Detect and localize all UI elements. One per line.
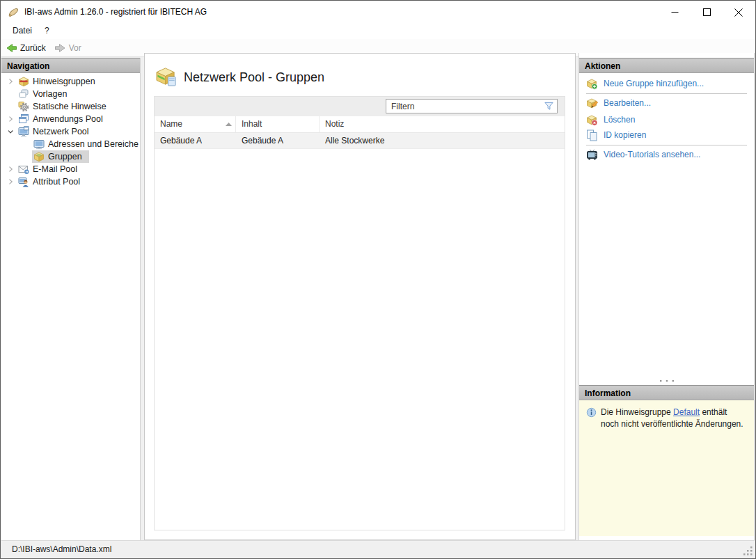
nav-item-vorlagen[interactable]: Vorlagen	[1, 88, 140, 100]
network-pool-icon	[18, 126, 29, 137]
maximize-icon	[703, 8, 711, 16]
navigation-panel: Navigation Hinweisgruppen	[1, 58, 141, 540]
minimize-icon	[671, 8, 679, 16]
back-button-label: Zurück	[20, 43, 46, 53]
attribute-pool-icon	[18, 176, 29, 187]
chevron-right-icon[interactable]	[4, 77, 17, 86]
action-add-group[interactable]: Neue Gruppe hinzufügen...	[579, 76, 754, 91]
actions-separator	[586, 145, 747, 145]
back-arrow-icon	[6, 42, 17, 54]
grip-dots-icon	[659, 379, 675, 382]
maximize-button[interactable]	[691, 1, 723, 23]
column-header-name[interactable]: Name	[155, 116, 236, 132]
information-header: Information	[579, 385, 754, 400]
back-button[interactable]: Zurück	[1, 40, 50, 56]
actions-header: Aktionen	[579, 58, 754, 73]
information-box: Die Hinweisgruppe Default enthält noch n…	[579, 400, 754, 536]
notice-groups-icon	[18, 76, 29, 87]
action-copy-id[interactable]: ID kopieren	[579, 127, 754, 143]
data-file-path: D:\IBI-aws\Admin\Data.xml	[12, 541, 111, 558]
nav-item-email-pool[interactable]: E-Mail Pool	[1, 163, 140, 175]
nav-item-netzwerk-pool[interactable]: Netzwerk Pool	[1, 125, 140, 138]
menu-datei[interactable]: Datei	[6, 23, 38, 39]
statusbar: D:\IBI-aws\Admin\Data.xml	[1, 540, 755, 558]
filter-funnel-icon[interactable]	[544, 101, 554, 111]
panel-splitter-grip[interactable]	[579, 377, 754, 384]
action-edit[interactable]: Bearbeiten...	[579, 95, 754, 111]
addresses-icon	[33, 139, 45, 150]
actions-panel: Aktionen Neue Gruppe hinzufügen... Bearb…	[578, 53, 755, 540]
templates-icon	[18, 88, 29, 100]
groups-icon	[33, 151, 45, 162]
chevron-right-icon[interactable]	[4, 178, 17, 186]
table-row[interactable]: Gebäude A Gebäude A Alle Stockwerke	[155, 133, 565, 149]
nav-item-anwendungs-pool[interactable]: Anwendungs Pool	[1, 113, 140, 125]
group-delete-icon	[586, 114, 598, 126]
actions-separator	[586, 93, 747, 94]
application-pool-icon	[18, 113, 29, 125]
info-icon	[586, 407, 597, 418]
selected-nav-item[interactable]: Gruppen	[32, 150, 89, 163]
email-pool-icon	[18, 164, 29, 175]
menubar: Datei ?	[1, 23, 755, 39]
chevron-right-icon[interactable]	[4, 165, 17, 173]
filter-box	[386, 99, 558, 113]
close-button[interactable]	[723, 1, 755, 23]
action-video-tutorials[interactable]: Video-Tutorials ansehen...	[579, 147, 754, 162]
chevron-right-icon[interactable]	[4, 115, 17, 123]
sort-ascending-icon	[226, 123, 232, 126]
nav-item-hinweisgruppen[interactable]: Hinweisgruppen	[1, 75, 140, 88]
nav-item-gruppen[interactable]: Gruppen	[1, 150, 140, 163]
copy-icon	[586, 129, 598, 141]
forward-button-label: Vor	[69, 43, 81, 53]
filter-strip	[155, 97, 565, 116]
table-header: Name Inhalt Notiz	[155, 116, 565, 133]
static-notices-icon	[18, 101, 29, 112]
nav-item-adressen-und-bereiche[interactable]: Adressen und Bereiche	[1, 138, 140, 150]
column-header-inhalt[interactable]: Inhalt	[236, 116, 320, 132]
navigation-header: Navigation	[1, 58, 140, 73]
menu-help[interactable]: ?	[38, 23, 56, 39]
forward-arrow-icon	[54, 42, 66, 54]
column-header-notiz[interactable]: Notiz	[320, 116, 565, 132]
chevron-down-icon[interactable]	[4, 127, 17, 136]
network-group-icon	[156, 67, 178, 87]
content-panel: Netzwerk Pool - Gruppen Name	[144, 53, 576, 540]
window-title: IBI-aws Admin 1.26.0 - registriert für I…	[24, 1, 207, 23]
close-icon	[734, 8, 743, 17]
cell-inhalt: Gebäude A	[236, 133, 320, 148]
default-group-link[interactable]: Default	[673, 407, 700, 417]
app-window: IBI-aws Admin 1.26.0 - registriert für I…	[0, 0, 756, 559]
navigation-tree: Hinweisgruppen Vorlagen	[1, 73, 140, 188]
cell-notiz: Alle Stockwerke	[320, 133, 565, 148]
minimize-button[interactable]	[659, 1, 691, 23]
action-delete[interactable]: Löschen	[579, 112, 754, 127]
nav-item-attribut-pool[interactable]: Attribut Pool	[1, 175, 140, 188]
group-add-icon	[586, 78, 598, 90]
resize-grip-icon[interactable]	[743, 546, 753, 556]
app-icon	[8, 6, 19, 18]
information-message: Die Hinweisgruppe Default enthält noch n…	[601, 407, 747, 430]
filter-input[interactable]	[386, 100, 544, 113]
nav-item-statische-hinweise[interactable]: Statische Hinweise	[1, 100, 140, 113]
page-title: Netzwerk Pool - Gruppen	[184, 70, 324, 85]
window-controls	[659, 1, 755, 23]
titlebar: IBI-aws Admin 1.26.0 - registriert für I…	[1, 1, 755, 23]
forward-button[interactable]: Vor	[50, 40, 86, 56]
video-tutorials-icon	[586, 149, 598, 161]
group-edit-icon	[586, 97, 598, 109]
groups-table: Name Inhalt Notiz Gebäude A Gebäude A Al…	[154, 96, 565, 530]
cell-name: Gebäude A	[155, 133, 236, 148]
